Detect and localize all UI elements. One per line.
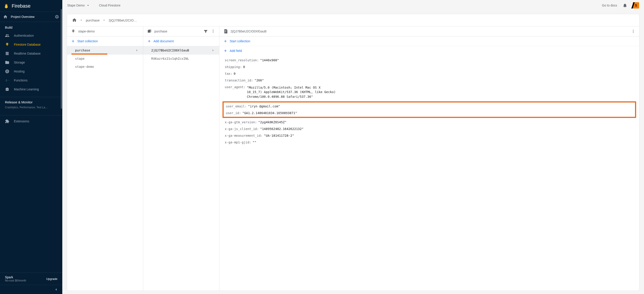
field-value: UA-181411728-2: [264, 134, 294, 137]
panel-root: stape-demo Start collection purchase: [67, 26, 143, 291]
sidebar-item-label: Extensions: [14, 120, 29, 123]
svg-text:(··): (··): [6, 79, 10, 82]
field-row[interactable]: user_id GA1.2.1486481034.1650893871: [224, 110, 635, 116]
home-icon[interactable]: [72, 18, 77, 23]
project-selector[interactable]: Stape Demo: [67, 3, 90, 7]
panel-collection-header: purchase: [143, 26, 219, 36]
plan-subtitle: No-cost $0/month: [5, 279, 26, 282]
field-row[interactable]: user_email iryn @gmail.com: [224, 103, 635, 110]
panel-root-title: stape-demo: [78, 29, 139, 33]
field-row[interactable]: transaction_id 266: [222, 77, 636, 84]
field-value: 1489562482.1642622132: [260, 127, 304, 131]
field-value: GA1.2.1486481034.1650893871: [242, 111, 297, 115]
sidebar-item-realtime-db[interactable]: Realtime Database: [0, 49, 62, 58]
highlight-box: user_email iryn @gmail.comuser_id GA1.2.…: [222, 101, 636, 118]
collection-item-stape[interactable]: stape: [67, 55, 143, 63]
collection-item-purchase[interactable]: purchase: [67, 46, 143, 55]
field-row[interactable]: x-ga-js_client_id 1489562482.1642622132: [222, 126, 636, 132]
svg-point-2: [213, 31, 214, 31]
firestore-icon: [5, 42, 10, 47]
upgrade-button[interactable]: Upgrade: [46, 277, 57, 281]
breadcrumb-document[interactable]: 2jQJ7BbeU2CIO…: [109, 18, 137, 22]
sidebar-item-label: Realtime Database: [14, 52, 40, 55]
sidebar-item-label: Storage: [14, 61, 25, 64]
people-icon: [5, 33, 10, 38]
plus-icon: [147, 39, 151, 43]
sidebar-item-label: Authentication: [14, 34, 34, 37]
release-monitor-title: Release & Monitor: [0, 97, 62, 106]
field-key: screen_resolution: [225, 58, 259, 62]
document-icon: [224, 29, 228, 33]
chevron-left-icon[interactable]: [54, 287, 58, 292]
sidebar-item-authentication[interactable]: Authentication: [0, 31, 62, 40]
folder-icon: [5, 60, 10, 65]
field-row[interactable]: x-ga-mp1-gjid: [222, 139, 636, 146]
field-key: user_email: [226, 105, 247, 108]
field-row[interactable]: tax 0: [222, 70, 636, 77]
chevron-right-icon: [80, 18, 83, 22]
sidebar-item-hosting[interactable]: Hosting: [0, 67, 62, 76]
more-vert-icon[interactable]: [211, 29, 215, 33]
field-key: x-ga-measurement_id: [225, 134, 262, 137]
extension-icon: [5, 119, 10, 124]
home-icon: [3, 14, 8, 19]
field-value: 0: [243, 65, 245, 69]
project-overview[interactable]: Project Overview: [0, 12, 62, 22]
sidebar-item-firestore[interactable]: Firestore Database: [0, 40, 62, 49]
start-collection-button[interactable]: Start collection: [67, 36, 143, 46]
plus-icon: [224, 49, 228, 53]
filter-icon[interactable]: [204, 29, 208, 33]
docs-link[interactable]: Go to docs: [602, 3, 617, 7]
field-key: x-ga-js_client_id: [225, 127, 259, 131]
plan-row: Spark No-cost $0/month Upgrade: [0, 273, 62, 285]
field-key: x-ga-gtm_version: [225, 120, 257, 124]
field-value: [252, 141, 256, 144]
firebase-logo-icon: [4, 3, 10, 9]
firestore-icon: [71, 29, 76, 33]
field-key: tax: [225, 72, 232, 75]
bell-icon[interactable]: [622, 3, 628, 8]
start-subcollection-button[interactable]: Start collection: [219, 36, 639, 46]
sidebar-item-extensions[interactable]: Extensions: [0, 116, 62, 126]
document-item[interactable]: 2jQJ7BbeU2CIO0XlGauB: [143, 46, 219, 55]
sidebar-item-ml[interactable]: Machine Learning: [0, 85, 62, 94]
avatar[interactable]: S: [633, 2, 639, 8]
svg-point-3: [213, 32, 214, 33]
svg-point-8: [633, 30, 634, 30]
svg-rect-7: [225, 32, 226, 32]
fields-list: screen_resolution 1440x900shipping 0tax …: [219, 55, 639, 291]
project-overview-label: Project Overview: [11, 15, 52, 18]
breadcrumb-collection[interactable]: purchase: [86, 18, 100, 22]
release-monitor-section[interactable]: Release & Monitor Crashlytics, Performan…: [0, 97, 62, 112]
panel-document-header: 2jQJ7BbeU2CIO0XlGauB: [219, 26, 639, 36]
field-row[interactable]: user_agent Mozilla/5.0 (Macintosh; Intel…: [222, 84, 636, 101]
plus-icon: [71, 39, 75, 43]
sidebar-scrollbar[interactable]: [60, 9, 62, 272]
field-value: 2yg4k0KZ6S45Z: [258, 120, 286, 124]
sidebar-item-label: Functions: [14, 79, 28, 82]
field-row[interactable]: x-ga-gtm_version 2yg4k0KZ6S45Z: [222, 119, 636, 126]
add-document-button[interactable]: Add document: [143, 36, 219, 46]
field-row[interactable]: shipping 0: [222, 64, 636, 70]
firebase-brand[interactable]: Firebase: [0, 0, 62, 12]
build-section-title: Build: [0, 22, 62, 31]
gear-icon[interactable]: [55, 14, 59, 19]
database-icon: [5, 51, 10, 56]
more-vert-icon[interactable]: [631, 29, 635, 33]
panel-collection: purchase Add document 2j: [143, 26, 219, 291]
plan-name: Spark: [5, 276, 26, 279]
field-row[interactable]: screen_resolution 1440x900: [222, 57, 636, 64]
sidebar-item-functions[interactable]: (··) Functions: [0, 76, 62, 85]
chevron-right-icon: [135, 48, 139, 52]
svg-point-1: [213, 29, 214, 30]
product-crumb[interactable]: Cloud Firestore: [99, 3, 120, 7]
collection-item-stape-demo[interactable]: stape-demo: [67, 63, 143, 71]
svg-rect-5: [225, 30, 226, 31]
document-item[interactable]: RXKazr6z21v1qhZcxINL: [143, 55, 219, 63]
sidebar-item-storage[interactable]: Storage: [0, 58, 62, 67]
add-field-button[interactable]: Add field: [219, 46, 639, 55]
sidebar-item-label: Hosting: [14, 70, 24, 73]
globe-icon: [5, 69, 10, 74]
field-row[interactable]: x-ga-measurement_id UA-181411728-2: [222, 132, 636, 139]
field-value: 266: [254, 79, 264, 82]
